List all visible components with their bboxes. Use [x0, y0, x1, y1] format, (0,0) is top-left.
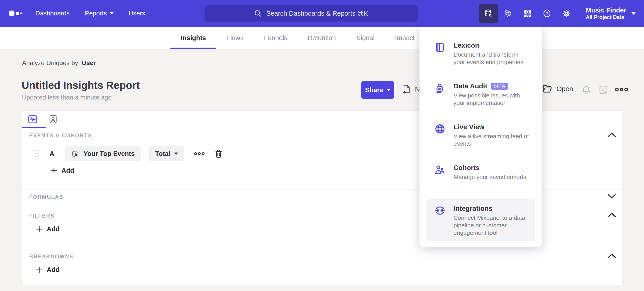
menu-item-text: Integrations Connect Mixpanel to a data … [454, 205, 530, 237]
ellipsis-icon [615, 87, 628, 92]
analyze-entity-selector[interactable]: User [82, 59, 96, 67]
tab-user-profiles[interactable] [48, 114, 58, 125]
project-info: Music Finder All Project Data [586, 6, 626, 20]
create-alert-button[interactable] [581, 85, 592, 95]
settings-button[interactable] [557, 4, 576, 23]
nav-reports[interactable]: Reports [84, 10, 114, 17]
expand-formulas-chevron-down-icon[interactable] [607, 193, 617, 200]
svg-text:?: ? [546, 11, 548, 16]
add-filter-label: Add [47, 225, 60, 233]
share-label: Share [365, 86, 384, 94]
gear-icon [562, 9, 571, 18]
tab-flows[interactable]: Flows [226, 27, 244, 49]
collapse-filters-chevron-up-icon[interactable] [607, 212, 617, 219]
mixpanel-app: Dashboards Reports Users Search Dashboar… [0, 0, 644, 291]
nav-users-label: Users [128, 10, 145, 17]
project-switcher[interactable]: Music Finder All Project Data [586, 6, 636, 20]
event-query-row: A Your Top Events Total [22, 146, 223, 162]
menu-item-title: Data Audit [454, 82, 487, 90]
report-type-tabbar: Insights Flows Funnels Retention Signal … [0, 27, 644, 49]
drag-handle-icon[interactable] [34, 149, 40, 158]
open-label: Open [556, 85, 573, 93]
row-more-icon[interactable] [194, 151, 205, 156]
series-label: A [50, 150, 57, 158]
add-breakdown-button[interactable]: Add [36, 266, 60, 274]
chevron-down-icon [174, 153, 178, 155]
menu-item-data-audit[interactable]: Data Audit BETA View possible issues wit… [434, 82, 534, 107]
pulse-chart-icon [28, 114, 38, 124]
cohorts-people-icon [434, 164, 445, 175]
metric-name: Total [155, 150, 170, 158]
project-name: Music Finder [586, 6, 626, 14]
collapse-events-chevron-up-icon[interactable] [607, 131, 617, 138]
menu-item-cohorts[interactable]: Cohorts Manage your saved cohorts [434, 164, 534, 181]
updated-timestamp: Updated less than a minute ago [22, 94, 112, 101]
analyze-uniques-row: Analyze Uniques by User [22, 59, 96, 67]
help-button[interactable]: ? [537, 4, 557, 23]
menu-item-description: View possible issues with your implement… [454, 92, 530, 107]
delete-row-trash-icon[interactable] [214, 149, 223, 158]
top-navigation-bar: Dashboards Reports Users Search Dashboar… [0, 0, 644, 27]
chevron-down-icon [110, 12, 114, 14]
nav-dashboards[interactable]: Dashboards [35, 10, 70, 17]
nav-dashboards-label: Dashboards [35, 10, 70, 17]
tab-retention-label: Retention [308, 34, 336, 42]
tab-insights[interactable]: Insights [180, 27, 206, 49]
section-breakdowns-label: BREAKDOWNS [29, 254, 74, 260]
live-view-globe-icon [434, 123, 445, 134]
nav-users[interactable]: Users [128, 10, 145, 17]
plus-icon [36, 226, 43, 233]
chevron-down-icon [631, 12, 636, 15]
menu-item-description: Document and transform your events and p… [454, 51, 530, 66]
apps-grid-button[interactable] [518, 4, 537, 23]
feedback-button[interactable] [498, 4, 518, 23]
menu-item-title: Live View [454, 123, 484, 131]
add-to-dashboard-button[interactable] [598, 85, 609, 95]
report-tabs: Insights Flows Funnels Retention Signal … [180, 27, 415, 49]
menu-item-text: Live View View a live streaming feed of … [454, 123, 530, 148]
menu-item-title: Cohorts [454, 164, 480, 172]
section-divider [22, 249, 622, 249]
report-title[interactable]: Untitled Insights Report [22, 79, 140, 91]
collapse-breakdowns-chevron-up-icon[interactable] [607, 253, 617, 259]
more-actions-button[interactable] [615, 87, 628, 92]
tab-retention[interactable]: Retention [307, 27, 336, 49]
active-tab-underline [22, 127, 46, 128]
open-report-button[interactable]: Open [542, 84, 573, 93]
user-card-icon [48, 114, 58, 124]
chevron-down-icon [387, 89, 390, 91]
add-event-button[interactable]: Add [50, 167, 74, 174]
metric-selector-button[interactable]: Total [149, 146, 184, 161]
menu-item-title: Lexicon [454, 41, 479, 49]
menu-item-integrations[interactable]: Integrations Connect Mixpanel to a data … [434, 205, 534, 237]
event-selector-button[interactable]: Your Top Events [65, 146, 141, 161]
tab-funnels[interactable]: Funnels [264, 27, 288, 49]
mixpanel-logo-icon[interactable] [8, 7, 24, 19]
lexicon-book-icon [434, 42, 445, 53]
menu-item-description: Connect Mixpanel to a data pipeline or c… [454, 214, 530, 237]
help-icon: ? [542, 9, 552, 18]
search-icon [254, 9, 262, 17]
database-gear-icon [484, 9, 493, 18]
add-event-label: Add [62, 167, 74, 174]
tab-signal[interactable]: Signal [356, 27, 375, 49]
tab-impact-label: Impact [395, 34, 415, 42]
menu-item-live-view[interactable]: Live View View a live streaming feed of … [434, 123, 534, 148]
plus-icon [50, 167, 57, 174]
integrations-sync-icon [434, 205, 445, 216]
search-input[interactable]: Search Dashboards & Reports ⌘K [204, 5, 418, 21]
data-management-button[interactable] [479, 4, 498, 23]
project-scope: All Project Data [586, 14, 626, 20]
add-filter-button[interactable]: Add [36, 225, 60, 233]
tab-impact[interactable]: Impact [394, 27, 415, 49]
analyze-prefix: Analyze Uniques by [22, 59, 78, 67]
menu-item-text: Cohorts Manage your saved cohorts [454, 164, 530, 181]
menu-item-lexicon[interactable]: Lexicon Document and transform your even… [434, 41, 534, 66]
share-button[interactable]: Share [361, 81, 394, 99]
chart-plus-icon [598, 85, 609, 95]
tab-events-metrics[interactable] [27, 114, 38, 125]
menu-item-description: View a live streaming feed of events [454, 133, 530, 148]
tab-insights-label: Insights [181, 34, 206, 42]
apps-grid-icon [523, 9, 532, 18]
folder-open-icon [542, 84, 552, 93]
